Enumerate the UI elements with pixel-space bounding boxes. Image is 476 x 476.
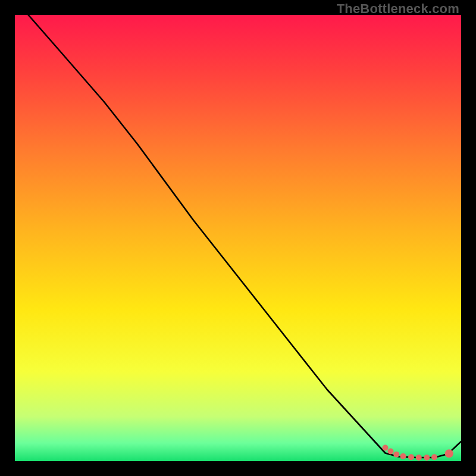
highlight-point: [424, 455, 430, 461]
chart-plot-area: [15, 15, 461, 461]
highlight-point: [416, 455, 422, 461]
chart-background-gradient: [15, 15, 461, 461]
highlight-point: [400, 453, 406, 459]
chart-svg: [15, 15, 461, 461]
highlight-point: [431, 454, 437, 460]
highlight-point: [383, 445, 389, 451]
highlight-point: [393, 452, 399, 458]
highlight-point: [388, 449, 394, 455]
highlight-point: [408, 454, 414, 460]
highlight-point: [445, 449, 453, 458]
